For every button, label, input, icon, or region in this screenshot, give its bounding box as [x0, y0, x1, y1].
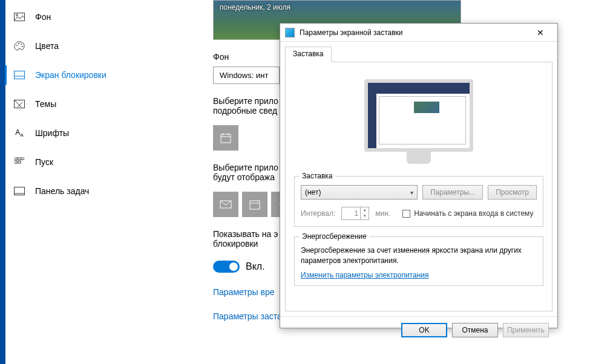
group-label: Заставка	[300, 172, 335, 180]
sidebar-label: Темы	[35, 99, 56, 109]
power-settings-link[interactable]: Изменить параметры электропитания	[301, 271, 428, 279]
interval-spinner[interactable]: ▲▼	[341, 207, 369, 220]
themes-icon	[13, 98, 25, 110]
checkbox-box	[402, 210, 410, 218]
power-group: Энергосбережение Энергосбережение за сче…	[294, 236, 543, 286]
screensaver-dialog: Параметры экранной заставки ✕ Заставка З…	[280, 23, 558, 328]
sidebar-label: Цвета	[35, 41, 59, 51]
sidebar-label: Фон	[35, 12, 51, 22]
interval-input[interactable]	[342, 207, 360, 219]
power-description: Энергосбережение за счет изменения яркос…	[301, 245, 537, 266]
spin-up[interactable]: ▲	[361, 207, 369, 213]
app-tile-calendar[interactable]	[213, 125, 238, 151]
svg-rect-14	[15, 187, 25, 195]
spin-down[interactable]: ▼	[361, 213, 369, 219]
sidebar-item-start[interactable]: Пуск	[0, 148, 200, 177]
svg-rect-13	[18, 161, 21, 163]
sidebar-label: Пуск	[35, 157, 53, 167]
svg-rect-21	[250, 201, 260, 209]
sidebar-item-colors[interactable]: Цвета	[0, 31, 200, 60]
svg-rect-6	[15, 71, 25, 79]
show-on-lock-toggle[interactable]	[213, 261, 240, 273]
screensaver-group: Заставка (нет) Параметры... Просмотр Инт…	[294, 176, 543, 227]
toggle-state: Вкл.	[246, 261, 265, 272]
picture-icon	[13, 11, 25, 23]
lockscreen-icon	[13, 69, 25, 81]
svg-rect-7	[15, 76, 25, 79]
close-button[interactable]: ✕	[528, 24, 552, 41]
interval-unit: мин.	[375, 209, 390, 218]
fonts-icon: AA	[13, 127, 25, 139]
dialog-icon	[285, 28, 295, 37]
sidebar-label: Шрифты	[35, 128, 69, 138]
sidebar-label: Панель задач	[35, 186, 89, 196]
svg-point-1	[16, 15, 18, 16]
svg-rect-12	[15, 161, 17, 163]
dialog-title-text: Параметры экранной заставки	[300, 28, 403, 37]
preview-button[interactable]: Просмотр	[488, 185, 537, 200]
svg-rect-16	[221, 134, 231, 143]
params-button[interactable]: Параметры...	[422, 185, 483, 200]
resume-checkbox[interactable]: Начинать с экрана входа в систему	[402, 209, 533, 218]
svg-rect-10	[18, 157, 21, 160]
sidebar-label: Экран блокировки	[35, 70, 107, 80]
monitor-preview	[364, 79, 473, 164]
dialog-titlebar: Параметры экранной заставки ✕	[280, 24, 557, 42]
interval-label: Интервал:	[301, 209, 335, 218]
palette-icon	[13, 40, 25, 52]
cancel-button[interactable]: Отмена	[452, 323, 498, 337]
app-tile-mail[interactable]	[213, 192, 238, 217]
sidebar-item-taskbar[interactable]: Панель задач	[0, 177, 200, 206]
svg-point-4	[21, 44, 22, 45]
sidebar-item-lockscreen[interactable]: Экран блокировки	[0, 60, 200, 89]
sidebar-item-themes[interactable]: Темы	[0, 89, 200, 119]
settings-sidebar: Фон Цвета Экран блокировки Темы AA Шрифт…	[0, 0, 200, 364]
group-label: Энергосбережение	[300, 232, 369, 241]
svg-rect-11	[22, 157, 24, 160]
screensaver-select[interactable]: (нет)	[301, 185, 418, 200]
svg-rect-0	[15, 13, 25, 21]
svg-point-3	[18, 43, 19, 44]
sidebar-item-background[interactable]: Фон	[0, 2, 200, 31]
ok-button[interactable]: OK	[401, 323, 447, 337]
svg-point-5	[22, 46, 23, 47]
background-dropdown[interactable]: Windows: инт	[213, 67, 280, 84]
checkbox-label: Начинать с экрана входа в систему	[414, 209, 533, 218]
tab-screensaver[interactable]: Заставка	[285, 47, 332, 62]
preview-date: понедельник, 2 июля	[220, 3, 290, 11]
sidebar-item-fonts[interactable]: AA Шрифты	[0, 119, 200, 148]
apply-button[interactable]: Применить	[503, 323, 549, 337]
svg-point-2	[16, 45, 18, 46]
svg-rect-9	[15, 157, 17, 160]
taskbar-icon	[13, 185, 25, 197]
start-icon	[13, 156, 25, 168]
app-tile-calendar2[interactable]	[242, 192, 267, 217]
